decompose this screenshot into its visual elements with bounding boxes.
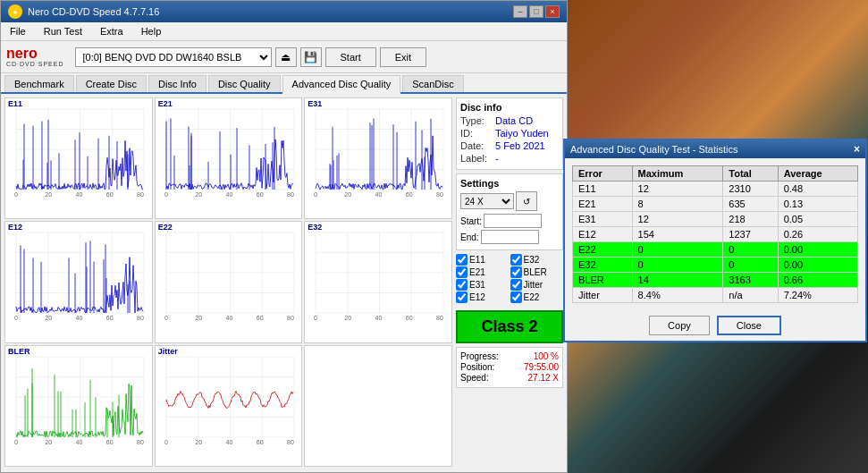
- tab-benchmark[interactable]: Benchmark: [4, 75, 74, 92]
- cb-bler-label: BLER: [524, 267, 547, 277]
- copy-button[interactable]: Copy: [649, 316, 710, 335]
- date-value: 5 Feb 2021: [495, 140, 545, 151]
- cb-jitter[interactable]: [510, 279, 522, 291]
- cb-e11[interactable]: [456, 254, 468, 266]
- tab-scan-disc[interactable]: ScanDisc: [402, 75, 463, 92]
- progress-value: 100 %: [534, 351, 559, 361]
- menu-extra[interactable]: Extra: [95, 24, 129, 38]
- type-value: Data CD: [495, 115, 533, 126]
- close-button[interactable]: ×: [545, 5, 560, 18]
- cb-e22[interactable]: [510, 291, 522, 303]
- start-time-label: Start:: [460, 216, 482, 226]
- stats-row-e21: E2186350.13: [573, 197, 858, 212]
- label-value: -: [495, 153, 499, 164]
- speed-value: 27.12 X: [528, 373, 559, 383]
- chart-bler-label: BLER: [8, 347, 30, 356]
- chart-e32-label: E32: [308, 223, 322, 232]
- tab-disc-info[interactable]: Disc Info: [148, 75, 206, 92]
- menu-run-test[interactable]: Run Test: [38, 24, 88, 38]
- tab-create-disc[interactable]: Create Disc: [76, 75, 147, 92]
- cb-e21[interactable]: [456, 266, 468, 278]
- speed-label: Speed:: [460, 373, 489, 383]
- tabs: Benchmark Create Disc Disc Info Disc Qua…: [1, 73, 567, 94]
- titlebar: ● Nero CD-DVD Speed 4.7.7.16 – □ ×: [1, 1, 567, 22]
- cb-e32-label: E32: [524, 255, 540, 265]
- maximize-button[interactable]: □: [529, 5, 544, 18]
- chart-e22: E22: [155, 221, 303, 342]
- info-panel: Disc info Type: Data CD ID: Taiyo Yuden …: [456, 97, 563, 467]
- position-value: 79:55.00: [524, 362, 559, 372]
- main-content: E11 E21 E31 E12 E22: [1, 94, 567, 470]
- chart-empty: [304, 345, 452, 467]
- position-label: Position:: [460, 362, 494, 372]
- eject-icon-btn[interactable]: ⏏: [275, 47, 297, 67]
- chart-e22-label: E22: [158, 223, 173, 232]
- cb-jitter-label: Jitter: [524, 280, 544, 290]
- cb-e32[interactable]: [510, 254, 522, 266]
- chart-e31: E31: [304, 97, 452, 219]
- col-maximum: Maximum: [632, 166, 723, 182]
- speed-select[interactable]: 24 X: [460, 193, 514, 209]
- progress-label: Progress:: [460, 351, 499, 361]
- drive-select[interactable]: [0:0] BENQ DVD DD DW1640 BSLB: [75, 47, 272, 67]
- menubar: File Run Test Extra Help: [1, 22, 567, 41]
- stats-close-btn[interactable]: ×: [854, 143, 860, 156]
- stats-table: Error Maximum Total Average E111223100.4…: [572, 165, 858, 303]
- cb-e11-label: E11: [469, 255, 485, 265]
- close-stats-button[interactable]: Close: [717, 316, 781, 335]
- col-total: Total: [723, 166, 778, 182]
- stats-row-e12: E1215412370.26: [573, 227, 858, 242]
- charts-area: E11 E21 E31 E12 E22: [4, 97, 452, 467]
- app-title: Nero CD-DVD Speed 4.7.7.16: [28, 6, 159, 17]
- window-controls[interactable]: – □ ×: [513, 5, 560, 18]
- menu-file[interactable]: File: [4, 24, 31, 38]
- class-box: Class 2: [456, 310, 563, 343]
- settings-title: Settings: [460, 178, 559, 189]
- start-time-input[interactable]: 000:00.00: [484, 214, 542, 228]
- id-value: Taiyo Yuden: [495, 128, 549, 139]
- cb-bler[interactable]: [510, 266, 522, 278]
- id-label: ID:: [460, 128, 492, 139]
- chart-e12: E12: [4, 221, 153, 342]
- label-label: Label:: [460, 153, 492, 164]
- col-average: Average: [778, 166, 857, 182]
- save-icon-btn[interactable]: 💾: [300, 47, 322, 67]
- end-time-label: End:: [460, 232, 479, 242]
- stats-title: Advanced Disc Quality Test - Statistics: [570, 144, 737, 155]
- chart-e32: E32: [304, 221, 452, 342]
- settings-box: Settings 24 X ↺ Start: 000:00.00 End: 07…: [456, 173, 563, 250]
- stats-row-e31: E31122180.05: [573, 212, 858, 227]
- exit-button[interactable]: Exit: [380, 47, 426, 67]
- chart-e21: E21: [155, 97, 303, 219]
- cb-e12-label: E12: [469, 292, 485, 302]
- logo-cdspeed: CD·DVD SPEED: [6, 61, 64, 67]
- tab-disc-quality[interactable]: Disc Quality: [208, 75, 281, 92]
- cb-e12[interactable]: [456, 291, 468, 303]
- minimize-button[interactable]: –: [513, 5, 527, 18]
- date-label: Date:: [460, 140, 492, 151]
- menu-help[interactable]: Help: [136, 24, 167, 38]
- type-label: Type:: [460, 115, 492, 126]
- chart-e11-label: E11: [8, 99, 22, 108]
- progress-box: Progress: 100 % Position: 79:55.00 Speed…: [456, 347, 563, 388]
- logo-nero: nero: [6, 46, 64, 61]
- start-button[interactable]: Start: [325, 47, 376, 67]
- speed-icon-btn[interactable]: ↺: [516, 191, 537, 211]
- tab-advanced-disc-quality[interactable]: Advanced Disc Quality: [282, 75, 401, 94]
- cb-e31[interactable]: [456, 279, 468, 291]
- disc-info-title: Disc info: [460, 102, 559, 113]
- stats-titlebar: Advanced Disc Quality Test - Statistics …: [565, 140, 865, 158]
- logo: nero CD·DVD SPEED: [6, 46, 64, 67]
- stats-buttons: Copy Close: [565, 310, 865, 341]
- col-error: Error: [573, 166, 633, 182]
- chart-e31-label: E31: [308, 99, 322, 108]
- end-time-input[interactable]: 079:57.70: [481, 230, 539, 244]
- chart-e21-label: E21: [158, 99, 173, 108]
- stats-window: Advanced Disc Quality Test - Statistics …: [563, 139, 867, 342]
- stats-row-jitter: Jitter8.4%n/a7.24%: [573, 288, 858, 303]
- stats-row-e11: E111223100.48: [573, 182, 858, 197]
- cb-e22-label: E22: [524, 292, 540, 302]
- disc-info-box: Disc info Type: Data CD ID: Taiyo Yuden …: [456, 97, 563, 170]
- chart-e11: E11: [4, 97, 153, 219]
- app-icon: ●: [8, 4, 22, 19]
